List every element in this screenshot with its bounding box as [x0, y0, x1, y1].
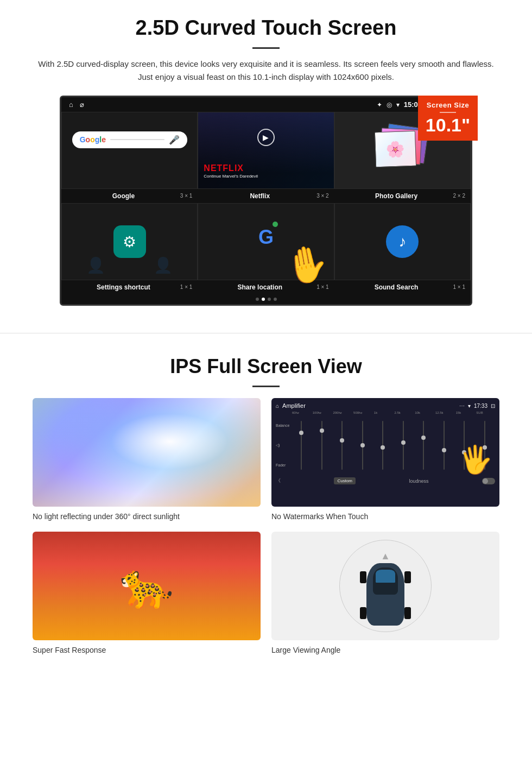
play-button-icon[interactable]: ▶ [257, 129, 275, 146]
status-left: ⌂ ⌀ [69, 100, 84, 109]
car-bg: ▲ [271, 532, 499, 640]
netflix-logo: NETFLIX [204, 163, 244, 173]
feature-grid: No light reflecting under 360° direct su… [33, 398, 499, 654]
app-cell-share[interactable]: G 🤚 [198, 203, 334, 280]
eq-thumb-6 [401, 440, 406, 445]
sunlight-image [33, 398, 261, 507]
app-label-netflix: Netflix 3 × 2 [198, 189, 334, 203]
settings-icon-wrap: ⚙ [113, 225, 146, 258]
app-cell-sound[interactable]: ♪ [334, 203, 471, 280]
shadow-icon-2: 👤 [154, 256, 173, 274]
badge-size: 10.1" [426, 115, 470, 135]
google-logo: Google [80, 135, 106, 144]
app-cell-netflix[interactable]: ▶ NETFLIX Continue Marvel's Daredevil [198, 112, 334, 189]
eq-thumb-1 [299, 431, 303, 435]
netflix-subtitle: Continue Marvel's Daredevil [204, 174, 258, 179]
freq-label: 200hz [333, 411, 352, 414]
feature-amplifier: ⌂ Amplifier ⋯ ▾ 17:33 ⊡ 60hz 100hz 200hz… [271, 398, 499, 521]
app-grid-row2: ⚙ 👤 👤 G [61, 203, 471, 280]
sound-app-size: 1 × 1 [453, 284, 465, 290]
car-roof [373, 567, 398, 595]
amp-bottom-controls: 《 Custom loudness [276, 477, 495, 484]
screen-size-badge: Screen Size 10.1" [418, 96, 478, 141]
dot-3 [268, 298, 271, 301]
gear-icon: ⚙ [123, 233, 136, 251]
badge-label: Screen Size [422, 101, 473, 109]
dot-1 [256, 298, 259, 301]
eq-sliders: 🖐 [291, 415, 495, 475]
car-windshield [376, 570, 395, 583]
gallery-app-name: Photo Gallery [375, 192, 417, 200]
search-text-area [110, 139, 164, 140]
cheetah-image: 🐆 [33, 532, 261, 640]
wheel-br [404, 607, 411, 619]
freq-label: 60hz [292, 411, 311, 414]
eq-thumb-5 [381, 445, 385, 450]
section1-description: With 2.5D curved-display screen, this de… [33, 58, 499, 84]
car-caption: Large Viewing Angle [271, 646, 499, 654]
device-mockup-container: Screen Size 10.1" ⌂ ⌀ ✦ ◎ ▾ 15:06 ⊡ ◁) ⊠ [60, 96, 472, 306]
sunlight-bg [33, 398, 261, 507]
car-up-arrow: ▲ [366, 551, 404, 562]
section1-title: 2.5D Curved Touch Screen [33, 16, 499, 40]
section-curved-screen: 2.5D Curved Touch Screen With 2.5D curve… [0, 0, 532, 317]
settings-app-name: Settings shortcut [97, 283, 150, 291]
freq-label: 2.5k [395, 411, 414, 414]
wheel-bl [360, 607, 366, 619]
sound-icon-wrap: ♪ [386, 225, 419, 258]
cheetah-caption: Super Fast Response [33, 646, 261, 654]
google-app-name: Google [112, 192, 135, 200]
app-grid-row1: Google 🎤 ▶ NETFLIX [61, 112, 471, 189]
usb-icon: ⌀ [80, 100, 84, 109]
freq-label: SUB [476, 411, 495, 414]
shadow-icon-1: 👤 [86, 256, 105, 274]
netflix-background: ▶ NETFLIX Continue Marvel's Daredevil [198, 112, 333, 188]
feature-sunlight: No light reflecting under 360° direct su… [33, 398, 261, 521]
home-icon: ⌂ [69, 100, 73, 109]
app-label-gallery: Photo Gallery 2 × 2 [334, 189, 471, 203]
screen-dots [61, 294, 471, 304]
freq-label: 15k [456, 411, 475, 414]
amp-cam: ⊡ [491, 403, 495, 409]
custom-button[interactable]: Custom [334, 477, 356, 484]
mic-icon: 🎤 [169, 135, 180, 145]
toggle-knob [483, 478, 488, 484]
amplifier-image: ⌂ Amplifier ⋯ ▾ 17:33 ⊡ 60hz 100hz 200hz… [271, 398, 499, 507]
sound-app-name: Sound Search [375, 283, 419, 291]
feature-car: ▲ [271, 532, 499, 654]
dot-4 [274, 298, 277, 301]
loudness-toggle[interactable] [482, 478, 495, 484]
app-cell-settings[interactable]: ⚙ 👤 👤 [61, 203, 198, 280]
music-note-icon: ♪ [398, 233, 406, 250]
amp-back-icon: 《 [276, 477, 281, 484]
amp-time: 17:33 [474, 403, 487, 409]
hand-eq-icon: 🖐 [458, 442, 494, 476]
pointing-hand-icon: 🤚 [281, 241, 332, 289]
netflix-cell-inner: ▶ NETFLIX Continue Marvel's Daredevil [198, 112, 333, 188]
eq-thumb-3 [340, 438, 344, 443]
app-cell-google[interactable]: Google 🎤 [61, 112, 198, 189]
sunlight-caption: No light reflecting under 360° direct su… [33, 512, 261, 521]
google-cell-inner: Google 🎤 [62, 112, 197, 188]
bluetooth-icon: ✦ [377, 101, 382, 109]
dot-2-active [262, 298, 265, 301]
gallery-app-size: 2 × 2 [453, 193, 465, 199]
app-labels-row2: Settings shortcut 1 × 1 Share location 1… [61, 280, 471, 294]
toggle-switch[interactable] [482, 478, 495, 484]
cheetah-bg: 🐆 [33, 532, 261, 640]
eq-thumb-7 [421, 436, 426, 440]
netflix-app-size: 3 × 2 [316, 193, 329, 199]
wifi-icon: ▾ [396, 101, 400, 109]
share-app-size: 1 × 1 [316, 284, 329, 290]
settings-app-size: 1 × 1 [180, 284, 193, 290]
badge-divider [440, 112, 456, 113]
share-app-name: Share location [237, 283, 282, 291]
amp-dots: ⋯ [459, 403, 465, 409]
google-search-bar[interactable]: Google 🎤 [72, 131, 187, 148]
home-icon-amp: ⌂ [276, 403, 279, 409]
freq-label: 500hz [353, 411, 372, 414]
freq-label: 100hz [313, 411, 332, 414]
amp-header: ⌂ Amplifier ⋯ ▾ 17:33 ⊡ [276, 402, 495, 409]
freq-label: 12.5k [435, 411, 454, 414]
status-bar: ⌂ ⌀ ✦ ◎ ▾ 15:06 ⊡ ◁) ⊠ ▭ [61, 97, 471, 112]
